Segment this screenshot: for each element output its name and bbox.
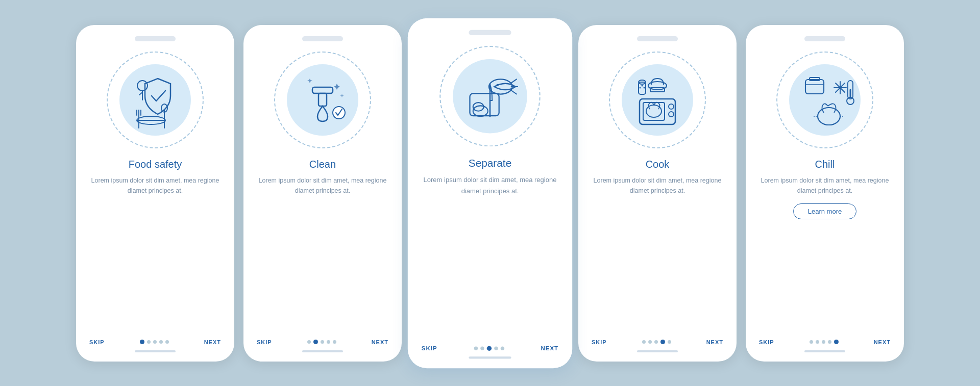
skip-button-separate[interactable]: SKIP (422, 345, 437, 351)
svg-rect-32 (805, 80, 824, 94)
icon-area-separate (434, 40, 546, 151)
phone-bar (637, 350, 678, 352)
dots-cook (642, 340, 671, 344)
phone-title-separate: Separate (469, 157, 511, 169)
dot-3 (494, 346, 498, 350)
svg-point-29 (642, 85, 643, 86)
dot-3 (327, 340, 330, 344)
phone-chill: Chill Lorem ipsum dolor sit dim amet, me… (746, 25, 904, 362)
dot-4 (834, 340, 839, 344)
dot-2 (153, 340, 157, 344)
dots-clean (307, 340, 336, 344)
dot-1 (313, 340, 318, 344)
svg-point-19 (473, 102, 484, 111)
dot-2 (822, 340, 825, 344)
svg-point-24 (669, 112, 674, 117)
phone-notch (302, 36, 343, 41)
phone-nav-cook: SKIP NEXT (587, 339, 727, 345)
separate-icon (448, 54, 532, 138)
skip-button-clean[interactable]: SKIP (257, 339, 272, 345)
phone-title-food-safety: Food safety (129, 159, 182, 170)
svg-point-0 (137, 81, 148, 91)
next-button-chill[interactable]: NEXT (874, 339, 891, 345)
svg-rect-11 (312, 87, 333, 93)
phone-bar (469, 356, 511, 358)
phone-food-safety: Food safety Lorem ipsum dolor sit dim am… (76, 25, 234, 362)
dot-4 (500, 346, 504, 350)
phone-notch (469, 30, 511, 35)
phone-cook: Cook Lorem ipsum dolor sit dim amet, mea… (578, 25, 737, 362)
phone-bar (804, 350, 845, 352)
svg-point-25 (648, 82, 667, 90)
next-button-clean[interactable]: NEXT (372, 339, 388, 345)
learn-more-button[interactable]: Learn more (793, 203, 856, 219)
svg-point-15 (496, 84, 498, 86)
dot-0 (642, 340, 646, 344)
cook-icon (617, 59, 698, 141)
dot-4 (333, 340, 336, 344)
chill-icon (784, 59, 866, 141)
food-safety-icon (114, 59, 196, 141)
phone-desc-separate: Lorem ipsum dolor sit dim amet, mea regi… (418, 174, 563, 196)
phone-nav-food-safety: SKIP NEXT (85, 339, 225, 345)
svg-point-13 (333, 107, 345, 119)
phone-title-cook: Cook (646, 159, 670, 170)
phone-notch (135, 36, 176, 41)
dot-3 (159, 340, 163, 344)
skip-button-chill[interactable]: SKIP (759, 339, 774, 345)
svg-point-14 (489, 79, 512, 94)
icon-area-food-safety (102, 46, 209, 153)
phone-clean: Clean Lorem ipsum dolor sit dim amet, me… (243, 25, 402, 362)
skip-button-food-safety[interactable]: SKIP (89, 339, 105, 345)
dot-2 (321, 340, 324, 344)
svg-point-30 (640, 87, 641, 88)
dot-3 (660, 340, 665, 344)
svg-rect-12 (318, 93, 327, 106)
phone-desc-clean: Lorem ipsum dolor sit dim amet, mea regi… (253, 175, 393, 196)
next-button-food-safety[interactable]: NEXT (204, 339, 221, 345)
phone-notch (804, 36, 845, 41)
phone-nav-clean: SKIP NEXT (253, 339, 393, 345)
dot-0 (810, 340, 813, 344)
dots-separate (474, 346, 504, 350)
dot-1 (147, 340, 151, 344)
dot-3 (828, 340, 831, 344)
phones-container: Food safety Lorem ipsum dolor sit dim am… (56, 10, 924, 377)
dots-food-safety (140, 340, 169, 344)
phone-bar (302, 350, 343, 352)
dot-1 (816, 340, 819, 344)
phone-bar (135, 350, 176, 352)
clean-icon (282, 59, 363, 141)
skip-button-cook[interactable]: SKIP (592, 339, 607, 345)
icon-area-chill (771, 46, 878, 153)
svg-point-42 (818, 108, 840, 125)
phone-separate: Separate Lorem ipsum dolor sit dim amet,… (408, 18, 572, 368)
dot-2 (654, 340, 658, 344)
phone-desc-cook: Lorem ipsum dolor sit dim amet, mea regi… (587, 175, 727, 196)
phone-notch (637, 36, 678, 41)
phone-title-clean: Clean (309, 159, 336, 170)
phone-nav-chill: SKIP NEXT (755, 339, 895, 345)
phone-desc-chill: Lorem ipsum dolor sit dim amet, mea regi… (755, 175, 895, 196)
dot-0 (140, 340, 144, 344)
dot-0 (474, 346, 477, 350)
svg-point-31 (644, 87, 645, 88)
dot-1 (480, 346, 484, 350)
dot-4 (165, 340, 169, 344)
dot-2 (486, 346, 491, 350)
dot-4 (668, 340, 671, 344)
phone-title-chill: Chill (815, 159, 835, 170)
dots-chill (810, 340, 839, 344)
svg-point-23 (669, 104, 674, 109)
icon-area-cook (604, 46, 711, 153)
dot-1 (648, 340, 652, 344)
phone-desc-food-safety: Lorem ipsum dolor sit dim amet, mea regi… (85, 175, 225, 196)
icon-area-clean (269, 46, 376, 153)
next-button-cook[interactable]: NEXT (706, 339, 723, 345)
next-button-separate[interactable]: NEXT (541, 345, 558, 351)
dot-0 (307, 340, 311, 344)
phone-nav-separate: SKIP NEXT (418, 345, 563, 351)
